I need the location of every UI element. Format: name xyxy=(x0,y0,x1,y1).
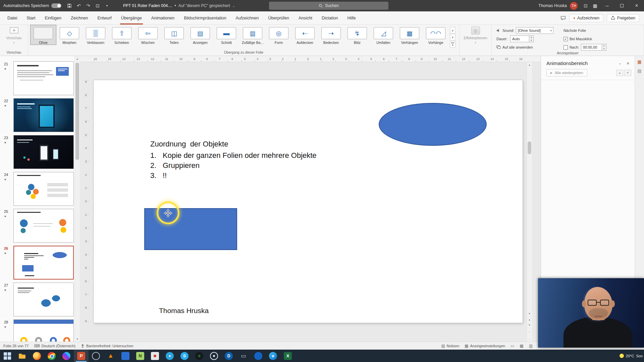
transition-item[interactable]: ▦ Verhängen xyxy=(396,25,423,45)
save-icon[interactable] xyxy=(65,0,74,11)
normal-view-icon[interactable]: ▭ xyxy=(511,344,514,348)
autosave-switch[interactable] xyxy=(51,3,61,8)
transition-item[interactable]: ◎ Form xyxy=(266,25,292,45)
previous-slide-button[interactable]: ▲ xyxy=(527,317,532,322)
ribbon-tab[interactable]: Einfügen xyxy=(40,11,66,24)
taskbar-app-button[interactable] xyxy=(44,350,59,362)
taskbar-weather-widget[interactable]: 20°C Son xyxy=(620,350,644,362)
ribbon-tab[interactable]: Übergänge xyxy=(116,11,147,24)
taskbar-app-button[interactable] xyxy=(30,350,44,362)
effect-options-button[interactable]: ◎ Effektoptionen ▾ xyxy=(461,26,490,44)
slideshow-icon[interactable]: ⊡ xyxy=(93,0,102,11)
sound-select[interactable]: [Ohne Sound] ▾ xyxy=(516,27,553,34)
transition-item[interactable]: ◿ Umfallen xyxy=(370,25,396,45)
transition-star-icon[interactable]: ★ xyxy=(4,67,6,70)
panel-scroll-up-button[interactable]: ▲ xyxy=(75,56,80,61)
transition-item[interactable]: ▤ Anzeigen xyxy=(187,25,213,45)
gallery-scroll-up-button[interactable]: ▲ xyxy=(450,27,455,34)
ribbon-tab[interactable]: Bildschirmpräsentation xyxy=(179,11,231,24)
ribbon-tab[interactable]: Aufzeichnen xyxy=(231,11,264,24)
accessibility-check[interactable]: Barrierefreiheit: Untersuchen xyxy=(81,344,133,348)
transition-item[interactable]: ▒ Verblassen xyxy=(83,25,109,45)
comments-icon[interactable] xyxy=(560,16,566,20)
slide-title-text[interactable]: Zuordnung der Objekte xyxy=(150,139,317,149)
taskbar-app-button[interactable]: ▸ xyxy=(162,350,177,362)
move-earlier-button[interactable]: ▲ xyxy=(616,70,623,76)
canvas-tool-icon-1[interactable]: ▫ xyxy=(527,329,532,335)
scrollbar-thumb[interactable] xyxy=(528,141,531,154)
on-mouse-click-option[interactable]: ✓ Bei Mausklick xyxy=(564,36,606,42)
transition-star-icon[interactable]: ★ xyxy=(4,215,6,218)
ribbon-tab[interactable]: Entwurf xyxy=(93,11,116,24)
preview-button[interactable]: Vorschau ▾ xyxy=(2,26,26,44)
slide-thumbnail-preview[interactable] xyxy=(13,246,74,280)
slide-thumbnail-preview[interactable] xyxy=(13,209,74,243)
thumbnail-panel-scrollbar[interactable]: ▲ ▼ xyxy=(74,56,80,342)
user-avatar[interactable]: TH xyxy=(570,2,578,10)
ribbon-display-options-icon[interactable]: ▦ xyxy=(590,0,600,11)
slide-thumbnail-preview[interactable] xyxy=(13,61,74,95)
transition-item[interactable]: ▬ Schnitt xyxy=(213,25,239,45)
transition-item[interactable]: ⇦ Wischen xyxy=(135,25,161,45)
taskbar-app-button[interactable] xyxy=(118,350,133,362)
autosave-toggle[interactable]: Automatisches Speichern xyxy=(0,3,65,8)
ribbon-tab[interactable]: Dictation xyxy=(317,11,343,24)
taskbar-app-button[interactable]: X xyxy=(280,350,295,362)
taskbar-app-button[interactable] xyxy=(148,350,162,362)
maximize-button[interactable] xyxy=(614,0,629,11)
slide-thumbnail[interactable]: 22 ★ xyxy=(0,98,74,134)
taskbar-app-button[interactable] xyxy=(0,350,15,362)
ribbon-tab[interactable]: Datei xyxy=(3,11,22,24)
transition-star-icon[interactable]: ★ xyxy=(4,289,6,292)
slide-list-item[interactable]: 2. Gruppieren xyxy=(150,161,317,171)
transition-star-icon[interactable]: ★ xyxy=(4,252,6,255)
slide-thumbnail[interactable]: 27 ★ xyxy=(0,282,74,319)
slideshow-view-icon[interactable]: ▥ xyxy=(529,344,533,348)
ribbon-tab[interactable]: Animationen xyxy=(147,11,179,24)
transition-star-icon[interactable]: ★ xyxy=(4,104,6,107)
ribbon-tab[interactable]: Überprüfen xyxy=(263,11,294,24)
transition-star-icon[interactable]: ★ xyxy=(4,325,6,328)
panel-grid-icon[interactable]: ▦ xyxy=(637,59,641,64)
ribbon-tab[interactable]: Hilfe xyxy=(343,11,361,24)
taskbar-app-button[interactable]: e xyxy=(266,350,280,362)
play-all-button[interactable]: ▶ Alle wiedergeben xyxy=(546,69,587,76)
record-button[interactable]: ● Aufzeichnen xyxy=(569,14,603,22)
duration-spinner[interactable]: Auto ▴ ▾ xyxy=(510,36,534,42)
slide-thumbnail-preview[interactable] xyxy=(13,283,74,316)
taskbar-app-button[interactable]: ▭ xyxy=(236,350,251,362)
taskbar-app-button[interactable] xyxy=(251,350,266,362)
apply-all-button[interactable]: Auf alle anwenden xyxy=(496,44,553,51)
slide-footer-text[interactable]: Thomas Hruska xyxy=(159,307,209,315)
transition-item[interactable]: ⇧ Schieben xyxy=(109,25,135,45)
undo-icon[interactable]: ↶ xyxy=(74,0,84,11)
pane-close-icon[interactable]: × xyxy=(624,61,632,66)
ribbon-tab[interactable]: Ansicht xyxy=(294,11,317,24)
scroll-down-button[interactable]: ▼ xyxy=(527,311,532,316)
slide-thumbnail[interactable]: 23 ★ xyxy=(0,134,74,171)
transition-star-icon[interactable]: ★ xyxy=(4,141,6,144)
move-later-button[interactable]: ▼ xyxy=(624,70,631,76)
gallery-scroll-down-button[interactable]: ▼ xyxy=(450,34,455,41)
slide-counter[interactable]: Folie 26 von 77 xyxy=(3,344,29,348)
notes-toggle[interactable]: ▤ Notizen xyxy=(441,344,459,348)
minimize-button[interactable]: ─ xyxy=(600,0,614,11)
taskbar-app-button[interactable]: ≡ xyxy=(192,350,207,362)
taskbar-app-button[interactable]: D xyxy=(221,350,236,362)
taskbar-app-button[interactable]: ▲ xyxy=(103,350,118,362)
transition-item[interactable]: ◇ Morphen xyxy=(56,25,83,45)
slide-thumbnail[interactable]: 26 ★ xyxy=(0,245,74,282)
search-input[interactable]: Suchen xyxy=(269,2,388,10)
transition-item[interactable]: ↯ Blitz xyxy=(344,25,370,45)
panel-scrollbar-thumb[interactable] xyxy=(75,63,79,160)
blue-ellipse-shape[interactable] xyxy=(379,103,487,146)
taskbar-app-button[interactable] xyxy=(59,350,74,362)
transition-star-icon[interactable]: ★ xyxy=(4,178,6,181)
after-checkbox[interactable] xyxy=(564,45,568,50)
after-spin-buttons[interactable]: ▴ ▾ xyxy=(602,44,606,50)
slide-thumbnail-preview[interactable] xyxy=(13,98,74,132)
slide-text-block[interactable]: Zuordnung der Objekte 1. Kopie der ganze… xyxy=(150,139,317,181)
share-button[interactable]: Freigeben xyxy=(607,14,639,22)
close-button[interactable]: × xyxy=(629,0,644,11)
slide-area-scrollbar[interactable]: ▲ ▼ ▲ ▼ ▫ ▫ xyxy=(527,62,532,342)
